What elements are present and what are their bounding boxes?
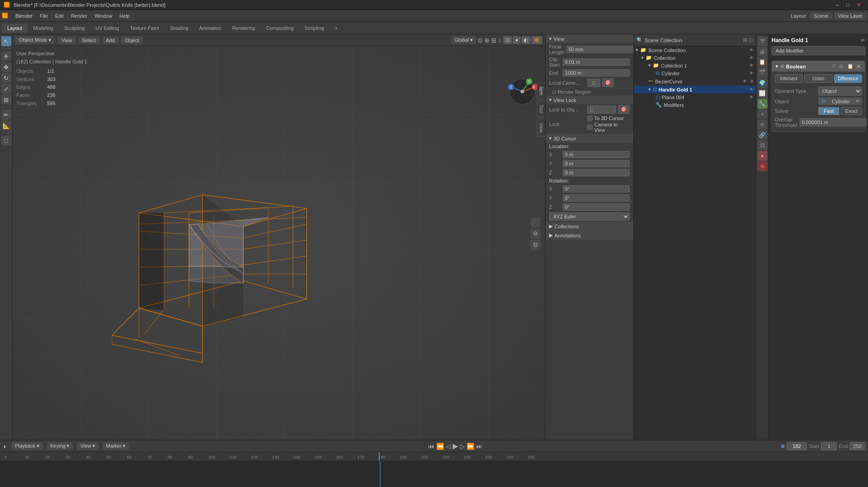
cursor-z-input[interactable] xyxy=(563,169,630,176)
cursor-y-input[interactable] xyxy=(563,160,630,167)
camera-tool[interactable]: 🎥 xyxy=(530,217,540,227)
local-camera-icon[interactable]: 🎯 xyxy=(602,78,614,87)
clip-start-input[interactable] xyxy=(563,58,630,66)
n-section-view-lock-header[interactable]: ▾ View Lock xyxy=(545,96,633,104)
material-shading-btn[interactable]: ◐ xyxy=(521,36,530,44)
tool-transform[interactable]: ⊞ xyxy=(1,95,11,105)
wireframe-shading-btn[interactable]: ⊡ xyxy=(503,36,512,44)
prop-shaderfx-icon[interactable]: ⊗ xyxy=(757,161,767,171)
object-chip-clear[interactable]: ✕ xyxy=(855,98,859,104)
add-menu-btn[interactable]: Add xyxy=(102,37,119,44)
viewport-canvas[interactable]: User Perspective (182) Collection | Hand… xyxy=(13,46,545,440)
tool-select[interactable]: ↖ xyxy=(1,36,11,46)
viewport-gizmo[interactable]: X Y Z xyxy=(504,73,540,110)
prev-keyframe-btn[interactable]: ⏪ xyxy=(436,443,444,450)
cursor-x-input[interactable] xyxy=(563,151,630,158)
outliner-modifiers[interactable]: 🔧 Modifiers xyxy=(634,101,756,109)
lock-obj-input[interactable]: □ xyxy=(587,106,616,114)
beziercurve-options[interactable]: ⚙ xyxy=(750,79,754,84)
tab-animation[interactable]: Animation xyxy=(194,24,227,33)
camera-to-view-checkbox[interactable]: Camera to View xyxy=(587,122,630,133)
boolean-icon-2[interactable]: ◎ xyxy=(839,63,844,69)
boolean-icon-1[interactable]: ▽ xyxy=(832,63,835,69)
menu-help[interactable]: Help xyxy=(116,12,134,19)
view-menu-btn[interactable]: View xyxy=(58,37,76,44)
handle-gold-eye[interactable]: 👁 xyxy=(749,87,754,92)
local-view-tool[interactable]: ⊡ xyxy=(530,240,540,250)
prop-scene-icon[interactable]: 🎬 xyxy=(757,68,767,77)
view-layer-selector[interactable]: View Layer xyxy=(834,12,866,19)
prop-constraints-icon[interactable]: 🔗 xyxy=(757,130,767,140)
snap-icon[interactable]: ⊞ xyxy=(491,37,497,44)
prop-object-icon[interactable]: ⬜ xyxy=(757,88,767,98)
prop-material-icon[interactable]: ● xyxy=(757,151,767,161)
tab-rendering[interactable]: Rendering xyxy=(227,24,260,33)
object-chip[interactable]: ⊙ Cylinder ✕ xyxy=(818,97,862,105)
local-camera-checkbox[interactable]: □ xyxy=(587,79,600,87)
tool-scale[interactable]: ⤢ xyxy=(1,84,11,94)
operand-type-select[interactable]: Object Collection xyxy=(818,87,862,96)
playback-menu[interactable]: Playback ▾ xyxy=(11,442,43,450)
prop-world-icon[interactable]: 🌍 xyxy=(757,78,767,88)
menu-window[interactable]: Window xyxy=(91,12,116,19)
outliner-cylinder[interactable]: ⊙ Cylinder 👁 xyxy=(634,69,756,77)
n-tab-tool[interactable]: Tool xyxy=(537,101,545,117)
render-shading-btn[interactable]: 🔆 xyxy=(531,36,542,44)
close-btn[interactable]: ✕ xyxy=(853,2,864,8)
timeline-ruler[interactable]: 0 10 20 30 40 50 60 70 80 90 100 110 120… xyxy=(0,452,868,461)
start-frame-input[interactable] xyxy=(821,442,837,450)
n-section-annotations-header[interactable]: ▶ Annotations xyxy=(545,231,633,240)
prop-physics-icon[interactable]: ⚛ xyxy=(757,120,767,130)
jump-end-btn[interactable]: ⏭ xyxy=(476,443,482,450)
current-frame-input[interactable] xyxy=(786,442,807,450)
lock-obj-target[interactable]: 🎯 xyxy=(618,105,630,114)
cylinder-eye[interactable]: 👁 xyxy=(749,71,754,76)
tab-add[interactable]: + xyxy=(329,24,343,33)
maximize-btn[interactable]: □ xyxy=(843,2,853,8)
focal-length-input[interactable] xyxy=(566,46,633,53)
object-mode-btn[interactable]: Object Mode ▾ xyxy=(15,36,55,44)
prev-frame-btn[interactable]: ◁ xyxy=(446,443,451,450)
outliner-viewlayer-icon[interactable]: ⊡ xyxy=(749,37,753,43)
difference-btn[interactable]: Difference xyxy=(834,74,862,83)
boolean-icon-3[interactable]: 📋 xyxy=(847,63,854,69)
marker-menu[interactable]: Marker ▾ xyxy=(102,442,129,450)
overlay-icon[interactable]: ⊙ xyxy=(477,37,483,44)
clip-end-input[interactable] xyxy=(563,69,630,77)
perspective-tool[interactable]: ⊙ xyxy=(530,228,540,238)
proportional-icon[interactable]: ○ xyxy=(498,37,502,44)
boolean-close-btn[interactable]: ✕ xyxy=(856,63,861,70)
minimize-btn[interactable]: ─ xyxy=(832,2,843,8)
jump-start-btn[interactable]: ⏮ xyxy=(428,443,434,450)
outliner-plane-004[interactable]: ▢ Plane.004 👁 xyxy=(634,93,756,101)
collection-eye[interactable]: 👁 xyxy=(749,55,754,60)
tool-add-cube[interactable]: □ xyxy=(1,135,11,145)
tab-compositing[interactable]: Compositing xyxy=(260,24,299,33)
keying-menu[interactable]: Keying ▾ xyxy=(47,442,73,450)
outliner-handle-gold-1[interactable]: ▾ ⊡ Handle Gold 1 👁 xyxy=(634,86,756,93)
tool-cursor[interactable]: ✛ xyxy=(1,51,11,61)
n-tab-view[interactable]: View xyxy=(537,119,545,137)
cursor-ry-input[interactable] xyxy=(563,194,630,202)
collection-1-eye[interactable]: 👁 xyxy=(749,63,754,68)
menu-blender[interactable]: Blender xyxy=(12,12,36,19)
next-frame-btn[interactable]: ▷ xyxy=(460,443,465,450)
global-label[interactable]: Global ▾ xyxy=(452,36,476,44)
tool-annotate[interactable]: ✏ xyxy=(1,110,11,120)
prop-view-layer-icon[interactable]: 📋 xyxy=(757,57,767,67)
prop-render-icon[interactable]: 🎬 xyxy=(757,36,767,46)
union-btn[interactable]: Union xyxy=(804,74,832,83)
n-section-collections-header[interactable]: ▶ Collections xyxy=(545,222,633,231)
viewport-area[interactable]: Object Mode ▾ View Select Add Object Glo… xyxy=(13,34,545,440)
next-keyframe-btn[interactable]: ⏩ xyxy=(467,443,474,450)
select-menu-btn[interactable]: Select xyxy=(78,37,100,44)
cursor-mode-select[interactable]: XYZ Euler xyxy=(549,212,630,221)
intersect-btn[interactable]: Intersect xyxy=(775,74,803,83)
solid-shading-btn[interactable]: ● xyxy=(513,36,521,44)
modifier-object-edit-icon[interactable]: ✏ xyxy=(861,37,865,43)
tab-scripting[interactable]: Scripting xyxy=(299,24,329,33)
solver-fast-btn[interactable]: Fast xyxy=(818,107,839,115)
to-3d-cursor-checkbox[interactable]: To 3D Cursor xyxy=(587,116,630,121)
scene-collection-eye[interactable]: 👁 xyxy=(749,48,754,53)
tool-move[interactable]: ✥ xyxy=(1,62,11,72)
